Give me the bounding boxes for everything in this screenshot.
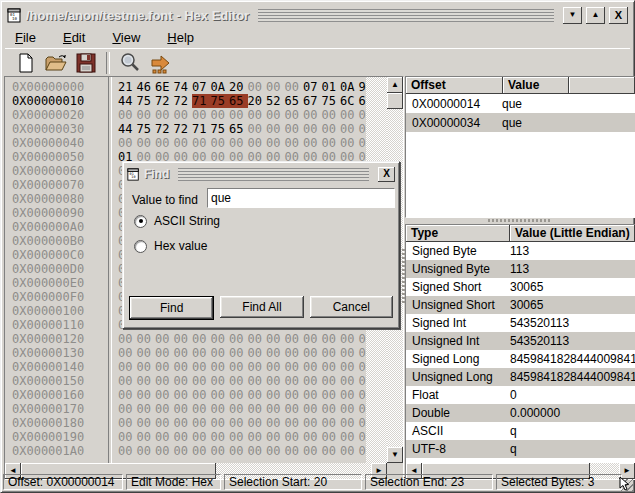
hex-byte[interactable]: 00	[303, 360, 322, 374]
close-button[interactable]: X	[609, 7, 628, 24]
hex-byte[interactable]: 00	[303, 332, 322, 346]
hex-byte[interactable]: 00	[155, 136, 174, 150]
hex-byte[interactable]: 71	[192, 94, 211, 108]
hex-byte[interactable]: 00	[118, 430, 137, 444]
hex-byte[interactable]: 00	[229, 332, 248, 346]
hex-byte[interactable]: 00	[322, 374, 341, 388]
hex-byte[interactable]: 00	[248, 374, 267, 388]
hex-byte[interactable]: 00	[192, 360, 211, 374]
scroll-down-button[interactable]: ▼	[387, 447, 403, 463]
hex-byte[interactable]: 00	[322, 416, 341, 430]
search-result-row[interactable]: 0X00000034que	[406, 113, 635, 132]
hex-byte[interactable]: 00	[285, 360, 304, 374]
vertical-scroll-thumb[interactable]	[387, 93, 403, 109]
hex-byte[interactable]: 00	[192, 416, 211, 430]
hex-byte[interactable]: 00	[137, 416, 156, 430]
hex-byte[interactable]: 00	[285, 108, 304, 122]
hex-byte[interactable]: 00	[340, 374, 359, 388]
hex-byte[interactable]: 00	[211, 444, 230, 458]
hex-byte[interactable]: 00	[248, 444, 267, 458]
hex-byte[interactable]: 44	[118, 94, 137, 108]
cancel-button[interactable]: Cancel	[310, 296, 393, 318]
hex-byte[interactable]: 00	[137, 374, 156, 388]
hex-byte[interactable]: 00	[229, 346, 248, 360]
hex-byte[interactable]: 00	[266, 430, 285, 444]
hex-byte[interactable]: 00	[137, 402, 156, 416]
hex-byte[interactable]: 00	[174, 374, 193, 388]
hex-byte[interactable]: 00	[248, 346, 267, 360]
hex-byte[interactable]: 67	[303, 94, 322, 108]
new-file-button[interactable]	[13, 51, 39, 75]
radio-selected-icon[interactable]	[134, 215, 147, 228]
hex-byte[interactable]: 00	[229, 108, 248, 122]
menu-edit[interactable]: Edit	[63, 30, 85, 45]
find-close-button[interactable]: X	[378, 167, 395, 182]
hex-byte[interactable]: 00	[229, 388, 248, 402]
hex-byte[interactable]: 00	[248, 332, 267, 346]
hex-byte[interactable]: 00	[192, 332, 211, 346]
search-result-row[interactable]: 0X00000014que	[406, 94, 635, 113]
hex-byte[interactable]: 00	[155, 416, 174, 430]
hex-byte[interactable]: 00	[174, 388, 193, 402]
hex-byte[interactable]: 00	[303, 388, 322, 402]
hex-byte[interactable]: 07	[303, 80, 322, 94]
hex-byte[interactable]: 00	[266, 346, 285, 360]
hex-byte[interactable]: 00	[192, 374, 211, 388]
hex-byte[interactable]: 72	[155, 94, 174, 108]
hex-byte[interactable]: 00	[340, 346, 359, 360]
menu-view[interactable]: View	[112, 30, 140, 45]
hex-byte[interactable]: 00	[211, 332, 230, 346]
hex-byte[interactable]: 00	[266, 402, 285, 416]
hex-byte[interactable]: 00	[155, 430, 174, 444]
hex-byte[interactable]: 00	[174, 360, 193, 374]
hex-byte[interactable]: 00	[118, 402, 137, 416]
ascii-string-option[interactable]: ASCII String	[134, 214, 220, 228]
hex-byte[interactable]: 00	[229, 402, 248, 416]
hex-byte[interactable]: 00	[137, 430, 156, 444]
hex-byte[interactable]: 00	[285, 416, 304, 430]
hex-byte[interactable]: 00	[211, 346, 230, 360]
hex-byte[interactable]: 00	[137, 108, 156, 122]
hex-byte[interactable]: 00	[322, 108, 341, 122]
hex-byte[interactable]: 00	[211, 374, 230, 388]
hex-byte[interactable]: 00	[266, 80, 285, 94]
hex-byte[interactable]: 00	[322, 360, 341, 374]
hex-byte[interactable]: 00	[229, 136, 248, 150]
hex-byte[interactable]: 00	[303, 430, 322, 444]
menu-file[interactable]: File	[15, 30, 36, 45]
hex-byte[interactable]: 00	[266, 388, 285, 402]
results-value-header[interactable]: Value	[503, 77, 569, 94]
save-button[interactable]	[73, 51, 99, 75]
hex-byte[interactable]: 00	[248, 80, 267, 94]
hex-byte[interactable]: 44	[118, 122, 137, 136]
find-button-toolbar[interactable]	[117, 51, 143, 75]
hex-byte[interactable]: 00	[229, 374, 248, 388]
hex-byte[interactable]: 00	[174, 346, 193, 360]
hex-byte[interactable]: 00	[285, 332, 304, 346]
hex-byte[interactable]: 75	[322, 94, 341, 108]
hex-byte[interactable]: 00	[211, 360, 230, 374]
hex-byte[interactable]: 00	[155, 388, 174, 402]
hex-byte[interactable]: 07	[192, 80, 211, 94]
hex-byte[interactable]: 00	[285, 402, 304, 416]
hex-byte[interactable]: 00	[174, 136, 193, 150]
hex-byte[interactable]: 20	[248, 94, 267, 108]
hex-byte[interactable]: 00	[192, 346, 211, 360]
hex-byte[interactable]: 00	[137, 444, 156, 458]
hex-byte[interactable]: 00	[155, 346, 174, 360]
hex-byte[interactable]: 00	[229, 444, 248, 458]
hex-byte[interactable]: 00	[211, 136, 230, 150]
hex-byte[interactable]: 00	[322, 388, 341, 402]
hex-byte[interactable]: 00	[303, 108, 322, 122]
hex-byte[interactable]: 00	[322, 332, 341, 346]
hex-byte[interactable]: 21	[118, 80, 137, 94]
hex-byte[interactable]: 00	[340, 430, 359, 444]
inspector-value-header[interactable]: Value (Little Endian)	[510, 225, 635, 242]
hex-byte[interactable]: 65	[285, 94, 304, 108]
hex-byte[interactable]: 00	[155, 332, 174, 346]
hex-byte[interactable]: 00	[266, 122, 285, 136]
hex-byte[interactable]: 00	[248, 388, 267, 402]
hex-byte[interactable]: 00	[192, 402, 211, 416]
hex-byte[interactable]: 01	[322, 80, 341, 94]
hex-byte[interactable]: 00	[266, 416, 285, 430]
